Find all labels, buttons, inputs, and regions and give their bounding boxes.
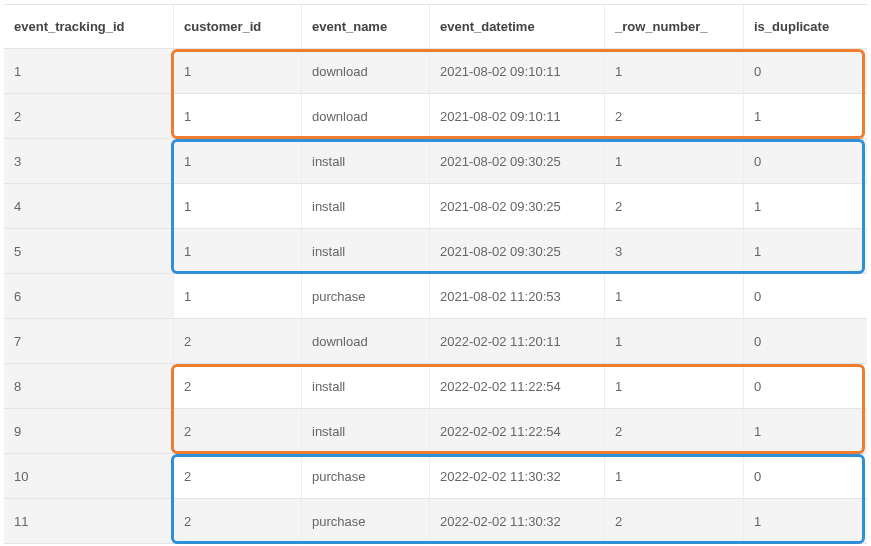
table-cell: 1 (174, 229, 302, 273)
table-row: 92install2022-02-02 11:22:5421 (4, 409, 867, 454)
table-cell: 1 (174, 274, 302, 318)
table-cell: 1 (605, 49, 744, 93)
col-customer-id: customer_id (174, 5, 302, 48)
table-body: 11download2021-08-02 09:10:111021downloa… (4, 49, 867, 544)
table-row: 61purchase2021-08-02 11:20:5310 (4, 274, 867, 319)
col-is-duplicate: is_duplicate (744, 5, 867, 48)
table-cell: 1 (605, 454, 744, 498)
table-cell: 2 (174, 454, 302, 498)
table-cell: 0 (744, 139, 867, 183)
table-cell: 2021-08-02 09:30:25 (430, 229, 605, 273)
table-cell: 2 (605, 94, 744, 138)
table-cell: download (302, 319, 430, 363)
table-cell: 0 (744, 319, 867, 363)
table-cell: 1 (4, 49, 174, 93)
col-event-name: event_name (302, 5, 430, 48)
table-cell: 0 (744, 454, 867, 498)
col-event-datetime: event_datetime (430, 5, 605, 48)
table-row: 11download2021-08-02 09:10:1110 (4, 49, 867, 94)
table-header-row: event_tracking_id customer_id event_name… (4, 4, 867, 49)
col-event-tracking-id: event_tracking_id (4, 5, 174, 48)
table-cell: 1 (605, 139, 744, 183)
table-cell: 9 (4, 409, 174, 453)
table-cell: 11 (4, 499, 174, 543)
table-cell: 10 (4, 454, 174, 498)
table-cell: 2 (174, 364, 302, 408)
table-cell: download (302, 94, 430, 138)
table-cell: install (302, 139, 430, 183)
table-cell: install (302, 364, 430, 408)
table-cell: purchase (302, 499, 430, 543)
table-cell: 1 (744, 499, 867, 543)
table-row: 41install2021-08-02 09:30:2521 (4, 184, 867, 229)
table-cell: 2021-08-02 09:10:11 (430, 94, 605, 138)
table-cell: 2 (174, 319, 302, 363)
col-row-number: _row_number_ (605, 5, 744, 48)
table-cell: 1 (744, 184, 867, 228)
table-row: 21download2021-08-02 09:10:1121 (4, 94, 867, 139)
table-cell: install (302, 229, 430, 273)
table-row: 51install2021-08-02 09:30:2531 (4, 229, 867, 274)
table-cell: 2 (605, 184, 744, 228)
table-cell: 1 (744, 409, 867, 453)
table-cell: 1 (174, 139, 302, 183)
table-cell: 2022-02-02 11:30:32 (430, 454, 605, 498)
table-cell: 2022-02-02 11:30:32 (430, 499, 605, 543)
table-row: 82install2022-02-02 11:22:5410 (4, 364, 867, 409)
data-table: event_tracking_id customer_id event_name… (4, 4, 867, 544)
table-cell: 8 (4, 364, 174, 408)
table-cell: 6 (4, 274, 174, 318)
table-cell: 1 (744, 229, 867, 273)
table-cell: 1 (605, 274, 744, 318)
table-cell: download (302, 49, 430, 93)
table-cell: 2021-08-02 09:30:25 (430, 139, 605, 183)
table-cell: 2 (605, 499, 744, 543)
table-cell: 2022-02-02 11:20:11 (430, 319, 605, 363)
table-row: 31install2021-08-02 09:30:2510 (4, 139, 867, 184)
table-cell: 1 (605, 319, 744, 363)
table-row: 102purchase2022-02-02 11:30:3210 (4, 454, 867, 499)
table-cell: 1 (744, 94, 867, 138)
table-cell: purchase (302, 274, 430, 318)
table-cell: install (302, 409, 430, 453)
table-cell: 0 (744, 364, 867, 408)
table-cell: 2 (174, 409, 302, 453)
table-cell: 1 (174, 94, 302, 138)
table-cell: install (302, 184, 430, 228)
table-cell: 1 (605, 364, 744, 408)
table-row: 72download2022-02-02 11:20:1110 (4, 319, 867, 364)
table-cell: 4 (4, 184, 174, 228)
table-cell: purchase (302, 454, 430, 498)
table-cell: 2021-08-02 09:30:25 (430, 184, 605, 228)
table-cell: 2 (605, 409, 744, 453)
table-cell: 2021-08-02 09:10:11 (430, 49, 605, 93)
table-cell: 2 (4, 94, 174, 138)
table-cell: 5 (4, 229, 174, 273)
table-cell: 1 (174, 184, 302, 228)
table-cell: 0 (744, 49, 867, 93)
table-cell: 2022-02-02 11:22:54 (430, 409, 605, 453)
table-cell: 2 (174, 499, 302, 543)
table-row: 112purchase2022-02-02 11:30:3221 (4, 499, 867, 544)
table-cell: 0 (744, 274, 867, 318)
table-cell: 1 (174, 49, 302, 93)
table-cell: 3 (4, 139, 174, 183)
table-cell: 3 (605, 229, 744, 273)
table-cell: 2021-08-02 11:20:53 (430, 274, 605, 318)
table-cell: 2022-02-02 11:22:54 (430, 364, 605, 408)
table-cell: 7 (4, 319, 174, 363)
